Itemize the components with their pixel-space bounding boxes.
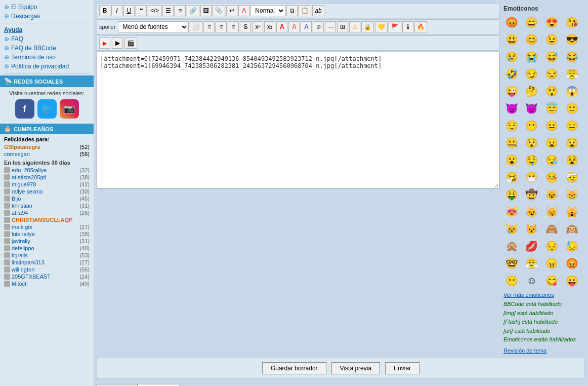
facebook-icon[interactable]: f [15,99,34,119]
emoji-cell[interactable]: 😱 [564,83,580,99]
warn-btn[interactable]: ⚠ [349,21,360,32]
heart-btn[interactable]: 💛 [375,21,388,32]
emoji-cell[interactable]: 🙉 [564,221,580,237]
abbr-button[interactable]: ab [312,5,324,16]
twitter-icon[interactable]: 🐦 [37,99,57,119]
sidebar-item-faq-bbcode[interactable]: ⊕ FAQ de BBCode [0,44,94,53]
save-draft-button[interactable]: Guardar borrador [262,362,326,374]
instagram-icon[interactable]: 📷 [60,99,79,119]
emoji-cell[interactable]: 🙈 [544,221,560,237]
italic-button[interactable]: I [111,5,122,16]
emoji-cell[interactable]: 😷 [524,169,540,185]
emoji-cell[interactable]: 😤 [564,66,580,82]
strikethrough-btn[interactable]: S [240,21,251,32]
emoji-cell[interactable]: 😼 [524,204,540,220]
link-button[interactable]: 🔗 [187,5,199,16]
emoji-cell[interactable]: 😶 [524,118,540,134]
emoji-cell[interactable]: 😪 [544,152,560,168]
list-ol-button[interactable]: ≡ [175,5,186,16]
emoji-cell[interactable]: 😋 [544,273,560,289]
emoji-cell[interactable]: 😡 [564,255,580,272]
font-size-select[interactable]: Normal [250,5,285,16]
text-editor[interactable] [97,52,499,188]
emoji-cell[interactable]: 😜 [503,83,520,99]
emoji-cell[interactable]: 🤕 [564,169,580,185]
cumple-person-gsi[interactable]: GSIpatanegra (52) [4,143,90,150]
tab-adjuntos[interactable]: Adjuntos [138,384,179,386]
font-menu-select[interactable]: Menú de fuentes [118,21,189,32]
emoji-cell[interactable]: ☺️ [524,273,540,289]
emoji-cell[interactable]: 😄 [524,14,540,30]
emoji-cell[interactable]: 😒 [544,66,560,82]
emoji-cell[interactable]: 🤔 [524,83,540,99]
fontbg-btn[interactable]: A [288,21,300,32]
lock-btn[interactable]: 🔒 [361,21,374,32]
tab-opciones[interactable]: Opciones [97,384,138,386]
revision-tema-link[interactable]: Revisión de tema [503,348,583,354]
bold-button[interactable]: B [99,5,110,16]
list-item[interactable]: tigralis (53) [4,252,90,259]
list-item[interactable]: Mitocti (49) [4,280,90,287]
emoji-cell[interactable]: 🤧 [503,169,520,185]
emoji-cell[interactable]: 😅 [544,49,560,65]
fontcolor-btn[interactable]: A [276,21,287,32]
emoji-cell[interactable]: 😎 [564,31,580,48]
emoji-cell[interactable]: 😿 [503,221,520,237]
emoji-cell[interactable]: 😯 [524,135,540,151]
code-button[interactable]: </> [148,5,161,16]
emoji-cell[interactable]: 🤓 [503,255,520,272]
emoji-cell[interactable]: 😮 [503,152,520,168]
emoji-cell[interactable]: 🙂 [564,100,580,117]
list-item[interactable]: atletista205gti (38) [4,174,90,181]
emoji-cell[interactable]: 😧 [564,135,580,151]
sidebar-item-descargas[interactable]: ⊕ Descargas [0,12,94,21]
emoji-cell[interactable]: 😶 [503,273,520,289]
list-item[interactable]: migue978 (42) [4,181,90,188]
emoji-cell[interactable]: 😂 [564,49,580,65]
emoji-cell[interactable]: 😲 [544,83,560,99]
table-btn[interactable]: ⊞ [337,21,348,32]
emoji-cell[interactable]: 😍 [544,14,560,30]
emoji-cell[interactable]: 😃 [503,31,520,48]
list-item[interactable]: khristian (31) [4,202,90,209]
play-btn[interactable]: ▶ [112,37,123,49]
emoji-cell[interactable]: 😇 [544,100,560,117]
emoji-cell[interactable]: 😻 [503,204,520,220]
emoji-cell[interactable]: 👿 [524,100,540,117]
emoji-cell[interactable]: 🤐 [503,135,520,151]
emoji-cell[interactable]: 😦 [544,135,560,151]
emoji-cell[interactable]: 😔 [544,238,560,254]
align-right-btn[interactable]: ≡ [228,21,239,32]
emoji-cell[interactable]: 😓 [564,238,580,254]
list-item[interactable]: linkinpark313 (27) [4,259,90,266]
info-btn[interactable]: ℹ [402,21,413,32]
emoji-cell[interactable]: 😵 [564,152,580,168]
color-button[interactable]: A [238,5,249,16]
emoji-cell[interactable]: 😤 [524,255,540,272]
list-item[interactable]: defelippo (40) [4,245,90,252]
emoji-cell[interactable]: 😊 [524,31,540,48]
list-item[interactable]: Bijo (45) [4,195,90,202]
sidebar-item-ayuda[interactable]: Ayuda [0,25,94,34]
emoji-cell[interactable]: 😉 [544,31,560,48]
emoji-cell[interactable]: 🤣 [503,66,520,82]
emoji-cell[interactable]: 😛 [564,273,580,289]
clear-btn[interactable]: ⎚ [313,21,324,32]
youtube-btn[interactable]: ▶ [99,37,110,49]
list-item[interactable]: javirally (31) [4,238,90,245]
emoji-cell[interactable]: 😑 [564,118,580,134]
emoji-cell[interactable]: 😢 [503,49,520,65]
list-item[interactable]: luis rallye (38) [4,230,90,238]
quote-button[interactable]: ❝ [136,5,147,16]
cumple-person-comesgan[interactable]: comesgan (56) [4,150,90,158]
emoji-cell[interactable]: 😡 [503,14,520,30]
emoji-cell[interactable]: 😽 [544,204,560,220]
emoji-cell[interactable]: 😭 [524,49,540,65]
emoji-cell[interactable]: 💋 [524,238,540,254]
undo-button[interactable]: ↩ [226,5,237,16]
emoji-cell[interactable]: 😸 [564,186,580,203]
emoji-cell[interactable]: 🙊 [503,238,520,254]
media-btn[interactable]: 🎬 [124,37,137,49]
emoji-cell[interactable]: 🤑 [503,186,520,203]
emoji-cell[interactable]: 😐 [544,118,560,134]
